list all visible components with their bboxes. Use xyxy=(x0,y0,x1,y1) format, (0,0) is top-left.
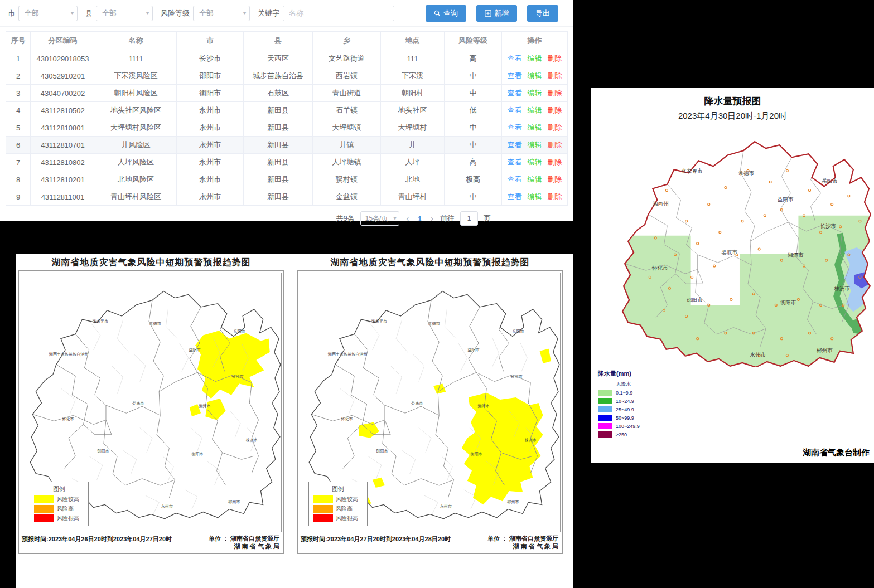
name-cell: 北地风险区 xyxy=(95,171,177,188)
code-cell: 4301029018053 xyxy=(31,50,95,67)
seq-cell: 8 xyxy=(6,171,31,188)
risk-cell: 高 xyxy=(445,154,502,171)
risk-select-value: 全部 xyxy=(199,8,214,18)
forecast-time: 预报时间:2023年04月26日20时到2023年04月27日20时 xyxy=(22,535,172,543)
edit-link[interactable]: 编辑 xyxy=(528,54,542,62)
name-cell: 朝阳村风险区 xyxy=(95,85,177,102)
delete-link[interactable]: 删除 xyxy=(548,140,562,149)
map-label: 郴州市 xyxy=(507,499,519,504)
map-label: 株洲市 xyxy=(245,438,258,443)
view-link[interactable]: 查看 xyxy=(508,54,522,62)
legend-label: 风险较高 xyxy=(336,495,358,503)
delete-link[interactable]: 删除 xyxy=(548,158,562,166)
county-select-value: 全部 xyxy=(102,8,117,18)
county-cell: 城步苗族自治县 xyxy=(244,67,313,85)
city-cell: 永州市 xyxy=(177,171,244,188)
map-label: 常德市 xyxy=(738,170,755,176)
map-label: 常德市 xyxy=(149,321,161,326)
town-cell: 金盆镇 xyxy=(313,188,381,206)
unit-line1: 单位 ： 湖南省自然资源厅 xyxy=(487,535,558,542)
unit-block: 单位 ： 湖南省自然资源厅 湖 南 省 气 象 局 xyxy=(209,535,279,551)
unit-line1: 单位 ： 湖南省自然资源厅 xyxy=(209,535,279,542)
edit-link[interactable]: 编辑 xyxy=(528,123,542,132)
edit-link[interactable]: 编辑 xyxy=(528,89,542,97)
city-cell: 永州市 xyxy=(177,119,244,137)
risk-cell: 低 xyxy=(445,102,502,119)
delete-link[interactable]: 删除 xyxy=(548,89,562,97)
city-select[interactable]: 全部 ▾ xyxy=(18,6,78,21)
legend-items: 风险较高风险高风险很高 xyxy=(313,495,363,522)
current-page[interactable]: 1 xyxy=(416,215,424,223)
table-row: 843112810201北地风险区永州市新田县骥村镇北地极高查看编辑删除 xyxy=(6,171,568,188)
precip-legend-item: 100~249.9 xyxy=(598,422,670,430)
delete-link[interactable]: 删除 xyxy=(548,106,562,114)
table-row: 143010290180531111长沙市天西区文艺路街道111高查看编辑删除 xyxy=(6,50,568,67)
trend-maps-panel: 湖南省地质灾害气象风险中短期预警预报趋势图 张家界市常德市岳阳市湘西土家族苗族自… xyxy=(16,254,573,588)
county-cell: 天西区 xyxy=(244,50,313,67)
county-select[interactable]: 全部 ▾ xyxy=(96,6,153,21)
column-header: 地点 xyxy=(381,32,445,50)
page-suffix-label: 页 xyxy=(484,213,491,223)
table-row: 343040700202朝阳村风险区衡阳市石鼓区青山街道朝阳村中查看编辑删除 xyxy=(6,85,568,102)
map-label: 株洲市 xyxy=(524,438,537,443)
delete-link[interactable]: 删除 xyxy=(548,175,562,183)
edit-link[interactable]: 编辑 xyxy=(528,71,542,80)
risk-level-select[interactable]: 全部 ▾ xyxy=(193,6,250,21)
unit-line2: 湖 南 省 气 象 局 xyxy=(234,543,279,550)
view-link[interactable]: 查看 xyxy=(508,175,522,183)
view-link[interactable]: 查看 xyxy=(508,106,522,114)
seq-cell: 2 xyxy=(6,67,31,85)
edit-link[interactable]: 编辑 xyxy=(528,140,542,149)
edit-link[interactable]: 编辑 xyxy=(528,192,542,201)
view-link[interactable]: 查看 xyxy=(508,123,522,132)
prev-page-button[interactable]: ‹ xyxy=(405,214,410,223)
map-label: 郴州市 xyxy=(228,499,240,504)
legend-item: 风险很高 xyxy=(313,514,363,522)
delete-link[interactable]: 删除 xyxy=(548,123,562,132)
table-row: 743112810802人坪风险区永州市新田县人坪塘镇人坪高查看编辑删除 xyxy=(6,154,568,171)
edit-link[interactable]: 编辑 xyxy=(528,158,542,166)
edit-link[interactable]: 编辑 xyxy=(528,175,542,183)
keyword-input[interactable] xyxy=(283,6,394,21)
place-cell: 人坪 xyxy=(381,154,445,171)
code-cell: 43112810201 xyxy=(31,171,95,188)
place-cell: 青山坪村 xyxy=(381,188,445,206)
map-label: 衡阳市 xyxy=(470,451,482,456)
ops-cell: 查看编辑删除 xyxy=(502,154,568,171)
county-cell: 新田县 xyxy=(244,154,313,171)
precip-legend-item: ≥250 xyxy=(598,431,670,438)
goto-page-input[interactable] xyxy=(460,211,478,226)
view-link[interactable]: 查看 xyxy=(508,158,522,166)
view-link[interactable]: 查看 xyxy=(508,140,522,149)
delete-link[interactable]: 删除 xyxy=(548,54,562,62)
ops-cell: 查看编辑删除 xyxy=(502,171,568,188)
view-link[interactable]: 查看 xyxy=(508,71,522,80)
risk-cell: 中 xyxy=(445,137,502,154)
legend-swatch xyxy=(598,431,612,438)
map-label: 株洲市 xyxy=(834,285,850,291)
delete-link[interactable]: 删除 xyxy=(548,192,562,201)
town-cell: 大坪塘镇 xyxy=(313,119,381,137)
legend-label: 风险高 xyxy=(57,505,74,513)
delete-link[interactable]: 删除 xyxy=(548,71,562,80)
edit-link[interactable]: 编辑 xyxy=(528,106,542,114)
view-link[interactable]: 查看 xyxy=(508,89,522,97)
map-label: 湘西土家族苗族自治州 xyxy=(49,352,89,357)
search-button[interactable]: 查询 xyxy=(426,5,466,22)
forecast-time: 预报时间:2023年04月27日20时到2023年04月28日20时 xyxy=(301,535,451,543)
place-cell: 朝阳村 xyxy=(381,85,445,102)
export-button[interactable]: 导出 xyxy=(527,5,558,22)
map-label: 怀化市 xyxy=(61,416,74,421)
map-label: 邵阳市 xyxy=(97,449,109,454)
add-button[interactable]: 新增 xyxy=(476,5,517,22)
map-label: 岳阳市 xyxy=(233,329,245,334)
precip-map-credit: 湖南省气象台制作 xyxy=(803,448,870,458)
table-row: 243052910201下宋溪风险区邵阳市城步苗族自治县西岩镇下宋溪中查看编辑删… xyxy=(6,67,568,85)
view-link[interactable]: 查看 xyxy=(508,192,522,201)
trend-map-frame: 张家界市常德市岳阳市湘西土家族苗族自治州益阳市长沙市娄底市湘潭市怀化市邵阳市衡阳… xyxy=(297,270,563,554)
map-label: 衡阳市 xyxy=(191,451,203,456)
next-page-button[interactable]: › xyxy=(429,214,434,223)
legend-label: 50~99.9 xyxy=(616,415,634,421)
page-size-select[interactable]: 15条/页 ▾ xyxy=(360,211,400,226)
legend-label: 风险高 xyxy=(336,505,353,513)
